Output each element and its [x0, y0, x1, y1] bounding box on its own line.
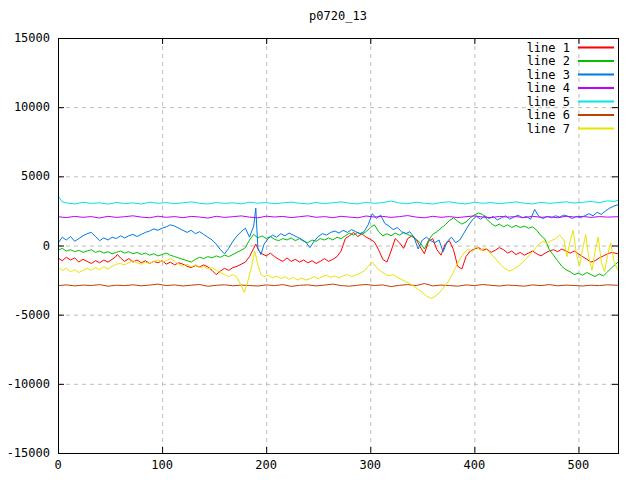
legend-label: line 6 — [527, 108, 570, 122]
chart-window: p0720_13 0100200300400500-15000-10000-50… — [0, 0, 640, 480]
legend: line 1line 2line 3line 4line 5line 6line… — [527, 41, 614, 136]
y-tick-label: 0 — [43, 239, 50, 253]
legend-label: line 7 — [527, 122, 570, 136]
y-tick-label: -15000 — [7, 446, 50, 460]
series-line-3 — [58, 205, 618, 255]
legend-item: line 4 — [527, 81, 614, 95]
legend-label: line 1 — [527, 41, 570, 55]
y-tick-label: 10000 — [14, 100, 50, 114]
series-line-4 — [58, 216, 618, 219]
x-tick-label: 300 — [359, 458, 381, 472]
series-line-5 — [58, 196, 618, 204]
legend-item: line 1 — [527, 41, 614, 55]
x-tick-label: 0 — [54, 458, 61, 472]
x-tick-label: 100 — [151, 458, 173, 472]
series-line-7 — [58, 230, 618, 298]
plot-canvas: 0100200300400500-15000-10000-50000500010… — [0, 0, 640, 480]
x-tick-label: 400 — [464, 458, 486, 472]
legend-label: line 3 — [527, 68, 570, 82]
y-tick-label: -10000 — [7, 377, 50, 391]
x-tick-label: 200 — [255, 458, 277, 472]
legend-item: line 5 — [527, 95, 614, 109]
legend-label: line 2 — [527, 54, 570, 68]
y-tick-label: 5000 — [21, 169, 50, 183]
y-tick-label: -5000 — [14, 308, 50, 322]
series-line-2 — [58, 213, 618, 277]
x-tick-label: 500 — [568, 458, 590, 472]
legend-item: line 6 — [527, 108, 614, 122]
legend-item: line 3 — [527, 68, 614, 82]
series-line-1 — [58, 232, 618, 274]
legend-item: line 7 — [527, 122, 614, 136]
legend-label: line 4 — [527, 81, 570, 95]
legend-label: line 5 — [527, 95, 570, 109]
legend-item: line 2 — [527, 54, 614, 68]
y-tick-label: 15000 — [14, 31, 50, 45]
series-line-6 — [58, 284, 618, 287]
